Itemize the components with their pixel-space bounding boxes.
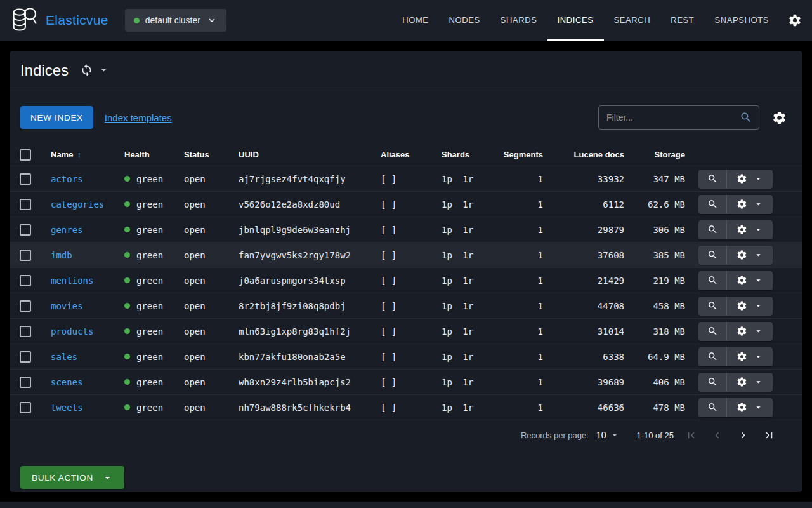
column-header-name[interactable]: Name↑ <box>41 150 114 159</box>
row-options-button[interactable] <box>727 220 773 239</box>
nav-item-search[interactable]: SEARCH <box>604 0 661 41</box>
row-search-button[interactable] <box>698 271 727 290</box>
bulk-action-button[interactable]: BULK ACTION <box>20 466 124 489</box>
first-page-button[interactable] <box>683 427 700 444</box>
column-header-health[interactable]: Health <box>114 150 174 159</box>
index-name-link[interactable]: movies <box>41 301 114 311</box>
table-row[interactable]: tweets green open nh79aw888rk5cfhkekrb4 … <box>10 395 802 420</box>
row-search-button[interactable] <box>698 373 727 392</box>
table-row[interactable]: products green open mln63ig1xp8rg83q1hf2… <box>10 319 802 344</box>
table-row[interactable]: mentions green open j0a6aruspmgors34txsp… <box>10 268 802 293</box>
nav-item-shards[interactable]: SHARDS <box>490 0 547 41</box>
row-action-group <box>698 246 773 265</box>
row-checkbox[interactable] <box>20 300 31 312</box>
table-row[interactable]: actors green open aj7rjgsez4fvt4qxqfjy [… <box>10 166 802 192</box>
column-header-docs[interactable]: Lucene docs <box>558 150 634 159</box>
cluster-selector-button[interactable]: default cluster <box>125 9 226 32</box>
health-dot-icon <box>124 354 130 359</box>
column-header-shards[interactable]: Shards <box>431 150 497 159</box>
row-checkbox[interactable] <box>20 224 31 236</box>
health-cell: green <box>114 174 174 184</box>
table-row[interactable]: scenes green open wh8xn29z4rlb5biapcjs2 … <box>10 370 802 395</box>
index-name-link[interactable]: genres <box>41 225 114 235</box>
select-all-checkbox[interactable] <box>20 149 31 161</box>
last-page-button[interactable] <box>761 427 778 444</box>
table-settings-button[interactable] <box>772 110 787 125</box>
row-options-button[interactable] <box>727 398 773 417</box>
prev-page-button[interactable] <box>709 427 726 444</box>
uuid-cell: jbnlqpl9g9de6w3eanzhj <box>228 225 370 235</box>
cluster-selector-label: default cluster <box>145 15 200 25</box>
row-checkbox[interactable] <box>20 275 31 286</box>
row-search-button[interactable] <box>698 347 727 366</box>
row-checkbox[interactable] <box>20 199 31 210</box>
row-options-button[interactable] <box>727 271 773 290</box>
uuid-cell: kbn77akfu180onab2a5e <box>228 352 370 362</box>
search-icon <box>707 173 718 184</box>
refresh-options-caret[interactable] <box>98 65 109 76</box>
row-search-button[interactable] <box>698 170 727 189</box>
row-search-button[interactable] <box>698 246 727 265</box>
aliases-cell: [ ] <box>370 225 431 235</box>
nav-item-snapshots[interactable]: SNAPSHOTS <box>704 0 779 41</box>
next-page-button[interactable] <box>735 427 752 444</box>
row-checkbox[interactable] <box>20 377 31 388</box>
table-row[interactable]: categories green open v5626o12e2a8xdz80u… <box>10 192 802 217</box>
row-search-button[interactable] <box>698 297 727 316</box>
index-name-link[interactable]: tweets <box>41 403 114 413</box>
index-name-link[interactable]: categories <box>41 199 114 210</box>
main-nav: HOMENODESSHARDSINDICESSEARCHRESTSNAPSHOT… <box>392 0 779 41</box>
column-header-status[interactable]: Status <box>174 150 228 159</box>
refresh-button[interactable] <box>80 64 93 77</box>
row-checkbox[interactable] <box>20 250 31 261</box>
row-checkbox[interactable] <box>20 402 31 413</box>
table-row[interactable]: movies green open 8r2tbj8jf9zi08q8pdbj [… <box>10 293 802 319</box>
table-row[interactable]: genres green open jbnlqpl9g9de6w3eanzhj … <box>10 217 802 243</box>
column-header-aliases[interactable]: Aliases <box>370 150 431 159</box>
row-options-button[interactable] <box>727 195 773 214</box>
index-name-link[interactable]: actors <box>41 174 114 184</box>
row-options-button[interactable] <box>727 322 773 341</box>
nav-item-home[interactable]: HOME <box>392 0 438 41</box>
filter-input[interactable] <box>606 112 740 123</box>
row-search-button[interactable] <box>698 322 727 341</box>
row-options-button[interactable] <box>727 170 773 189</box>
index-name-link[interactable]: imdb <box>41 250 114 260</box>
nav-item-rest[interactable]: REST <box>660 0 704 41</box>
nav-item-indices[interactable]: INDICES <box>547 0 604 41</box>
column-header-uuid[interactable]: UUID <box>228 150 370 159</box>
row-actions <box>698 170 802 189</box>
row-search-button[interactable] <box>698 220 727 239</box>
uuid-cell: mln63ig1xp8rg83q1hf2j <box>228 326 370 337</box>
index-templates-link[interactable]: Index templates <box>105 112 172 123</box>
caret-down-icon <box>754 403 763 412</box>
health-cell: green <box>114 225 174 235</box>
index-name-link[interactable]: scenes <box>41 377 114 387</box>
row-options-button[interactable] <box>727 373 773 392</box>
nav-item-nodes[interactable]: NODES <box>439 0 490 41</box>
index-name-link[interactable]: sales <box>41 352 114 362</box>
table-row[interactable]: imdb green open fan7yvgwv5ks2rgy178w2 [ … <box>10 243 802 268</box>
aliases-cell: [ ] <box>370 352 431 362</box>
row-checkbox[interactable] <box>20 173 31 185</box>
status-cell: open <box>174 276 228 286</box>
docs-cell: 29879 <box>558 225 634 235</box>
column-header-storage[interactable]: Storage <box>634 150 695 159</box>
row-search-button[interactable] <box>698 195 727 214</box>
records-per-page-select[interactable]: 10 <box>596 430 620 440</box>
status-cell: open <box>174 352 228 362</box>
row-search-button[interactable] <box>698 398 727 417</box>
row-checkbox[interactable] <box>20 326 31 337</box>
new-index-button[interactable]: NEW INDEX <box>20 106 93 129</box>
row-options-button[interactable] <box>727 246 773 265</box>
column-header-segments[interactable]: Segments <box>497 150 558 159</box>
index-name-link[interactable]: products <box>41 326 114 337</box>
row-options-button[interactable] <box>727 347 773 366</box>
row-checkbox[interactable] <box>20 351 31 363</box>
table-row[interactable]: sales green open kbn77akfu180onab2a5e [ … <box>10 344 802 370</box>
health-cell: green <box>114 326 174 337</box>
settings-gear-icon[interactable] <box>788 13 802 27</box>
index-name-link[interactable]: mentions <box>41 276 114 286</box>
status-cell: open <box>174 403 228 413</box>
row-options-button[interactable] <box>727 297 773 316</box>
